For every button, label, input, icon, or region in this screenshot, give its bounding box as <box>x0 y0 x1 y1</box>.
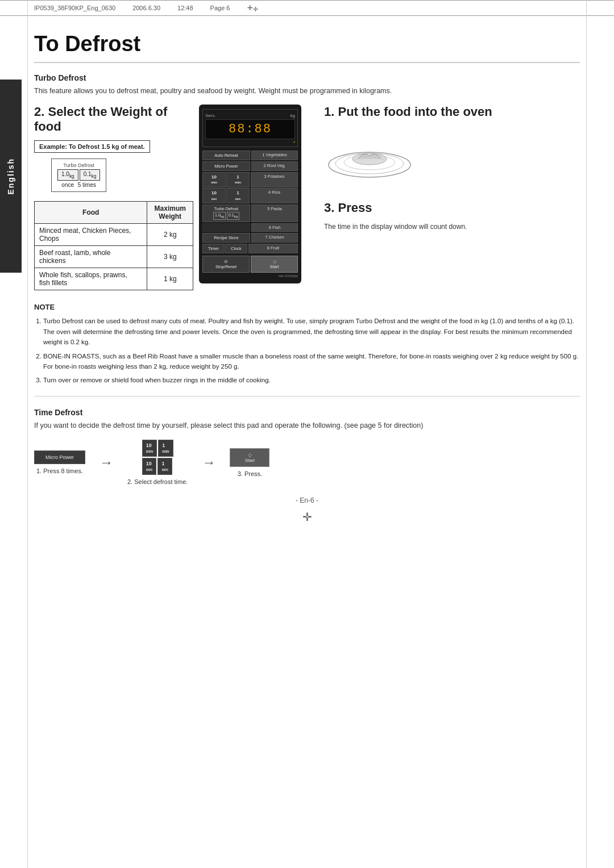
food-col-header: Food <box>35 201 147 223</box>
turbo-defrost-heading: Turbo Defrost <box>34 73 580 82</box>
food-row3: Whole fish, scallops, prawns,fish fillet… <box>35 268 147 290</box>
food-row1: Minced meat, Chicken Pieces,Chops <box>35 223 147 245</box>
weight-col-header: MaximumWeight <box>147 201 193 223</box>
td-start-btn[interactable]: ◇ Start <box>230 448 269 467</box>
rice-item: 4 Rice <box>251 188 298 203</box>
time-defrost-section: Time Defrost If you want to decide the d… <box>34 408 580 486</box>
press-description: The time in the display window will coun… <box>324 222 580 232</box>
fruit-item: 8 Fruit <box>248 244 298 253</box>
header-file: IP0539_38F90KP_Eng_0630 <box>34 5 115 11</box>
col-left: 2. Select the Weight of food Example: To… <box>34 105 193 290</box>
1min-btn[interactable]: 1min <box>226 172 250 187</box>
btn-row-fish: 6 Fish <box>202 223 298 232</box>
english-label: English <box>6 158 15 195</box>
step3-heading: 3. Press <box>324 201 580 215</box>
page-number: - En-6 - <box>34 496 580 504</box>
td-step-2: 10min 1min 10sec 1sec 2. Select defrost … <box>127 440 188 485</box>
td-10sec[interactable]: 10sec <box>142 458 157 475</box>
food-table: Food MaximumWeight Minced meat, Chicken … <box>34 201 193 290</box>
arrow-1: → <box>99 454 113 470</box>
btn-row-min: 10min 1min 10sec 1sec 3 Potatoes 4 Rice <box>202 172 298 203</box>
header-date: 2006.6.30 <box>132 5 160 11</box>
model-text: NN-ST656W <box>202 274 298 278</box>
turbo-defrost-description: This feature allows you to defrost meat,… <box>34 86 580 97</box>
turbo-diagram-title: Turbo Defrost <box>57 162 100 168</box>
td-10min[interactable]: 10min <box>142 440 157 457</box>
empty-btn-6 <box>202 223 250 232</box>
table-row: Beef roast, lamb, wholechickens 3 kg <box>35 245 193 268</box>
step2-heading: 2. Select the Weight of food <box>34 105 193 135</box>
micro-power-btn[interactable]: Micro Power <box>202 161 250 171</box>
timer-btn[interactable]: Timer <box>202 244 225 253</box>
weight-row2: 3 kg <box>147 245 193 268</box>
auto-reheat-btn[interactable]: Auto Reheat <box>202 151 250 160</box>
turbo-diagram: Turbo Defrost 1.0kg 0.1kg once 5 times <box>51 158 106 192</box>
turbo-5times: 5 times <box>78 182 96 188</box>
display-top: Serv. kg <box>205 113 295 118</box>
potatoes-item: 3 Potatoes <box>251 172 298 187</box>
note-list: Turbo Defrost can be used to defrost man… <box>34 316 580 385</box>
weight-row1: 2 kg <box>147 223 193 245</box>
turbo-box-1kg: 1.0kg <box>57 169 78 181</box>
plate-illustration <box>324 131 415 182</box>
stop-reset-btn[interactable]: ⊘ Stop/Reset <box>202 256 250 273</box>
fish-item: 6 Fish <box>251 223 298 232</box>
td-step1-label: 1. Press 8 times. <box>36 468 83 474</box>
td-1min[interactable]: 1min <box>158 440 173 457</box>
turbo-times: once 5 times <box>57 182 100 188</box>
display-area: Serv. kg 88:88 • <box>202 109 298 147</box>
btn-row-recipe: Recipe Store 7 Chicken <box>202 233 298 243</box>
example-box: Example: To Defrost 1.5 kg of meat. <box>34 140 150 153</box>
note-item-3: Turn over or remove or shield food when … <box>43 375 580 385</box>
btn-row-micro-power: Micro Power 2 Root Veg. <box>202 161 298 171</box>
time-defrost-description: If you want to decide the defrost time b… <box>34 420 580 431</box>
page-title: To Defrost <box>34 20 580 63</box>
select-weight-section: Example: To Defrost 1.5 kg of meat. Turb… <box>34 140 193 290</box>
header-bar: IP0539_38F90KP_Eng_0630 2006.6.30 12:48 … <box>0 0 614 16</box>
chicken-item: 7 Chicken <box>251 233 298 243</box>
turbo-box-01kg: 0.1kg <box>80 169 101 181</box>
td-1sec[interactable]: 1sec <box>157 458 172 475</box>
stop-label: Stop/Reset <box>204 264 248 269</box>
td-micro-power-btn[interactable]: Micro Power <box>34 450 85 464</box>
display-dot: • <box>205 139 295 144</box>
start-label: Start <box>252 264 296 269</box>
weight-row3: 1 kg <box>147 268 193 290</box>
bottom-btn-row: ⊘ Stop/Reset ◇ Start <box>202 256 298 273</box>
clock-btn[interactable]: Clock <box>225 244 247 253</box>
10min-btn[interactable]: 10min <box>202 172 226 187</box>
note-item-1: Turbo Defrost can be used to defrost man… <box>43 316 580 347</box>
serv-label: Serv. <box>205 113 215 118</box>
turbo-diagram-boxes: 1.0kg 0.1kg <box>57 169 100 181</box>
display-digits: 88:88 <box>205 119 295 139</box>
time-defrost-heading: Time Defrost <box>34 408 580 417</box>
bottom-crosshair: ✛ <box>34 510 580 524</box>
start-btn[interactable]: ◇ Start <box>251 256 298 273</box>
10sec-btn[interactable]: 10sec <box>202 188 226 203</box>
kg-label: kg <box>291 113 295 118</box>
col-right: 1. Put the food into the oven 3. Press T… <box>307 105 580 232</box>
1sec-btn[interactable]: 1sec <box>226 188 250 203</box>
root-veg-item: 2 Root Veg. <box>251 161 298 171</box>
bottom-crosshair-icon: ✛ <box>302 510 312 524</box>
press-section: 3. Press The time in the display window … <box>324 201 580 231</box>
microwave-panel: Serv. kg 88:88 • Auto Reheat 1 Vegetable… <box>199 105 301 283</box>
btn-row-timer: Timer Clock 8 Fruit <box>202 244 298 253</box>
td-step-1: Micro Power 1. Press 8 times. <box>34 450 85 474</box>
td-step-3: ◇ Start 3. Press. <box>230 448 269 477</box>
btn-row-turbo: Turbo Defrost1.0kg0.1kg 5 Pasta <box>202 205 298 222</box>
td-step2-label: 2. Select defrost time. <box>127 478 188 485</box>
turbo-defrost-btn[interactable]: Turbo Defrost1.0kg0.1kg <box>202 205 250 222</box>
note-section: NOTE Turbo Defrost can be used to defros… <box>34 302 580 386</box>
header-page: Page 6 <box>210 5 230 11</box>
english-sidebar: English <box>0 80 22 273</box>
step1-heading: 1. Put the food into the oven <box>324 105 580 119</box>
crosshair-icon: ✛ <box>247 3 257 13</box>
btn-row-auto-reheat: Auto Reheat 1 Vegetables <box>202 151 298 160</box>
note-heading: NOTE <box>34 302 580 314</box>
header-time: 12:48 <box>177 5 193 11</box>
main-columns: 2. Select the Weight of food Example: To… <box>34 105 580 290</box>
recipe-store-btn[interactable]: Recipe Store <box>202 233 250 243</box>
turbo-once: once <box>61 182 74 188</box>
td-step3-label: 3. Press. <box>238 470 262 477</box>
